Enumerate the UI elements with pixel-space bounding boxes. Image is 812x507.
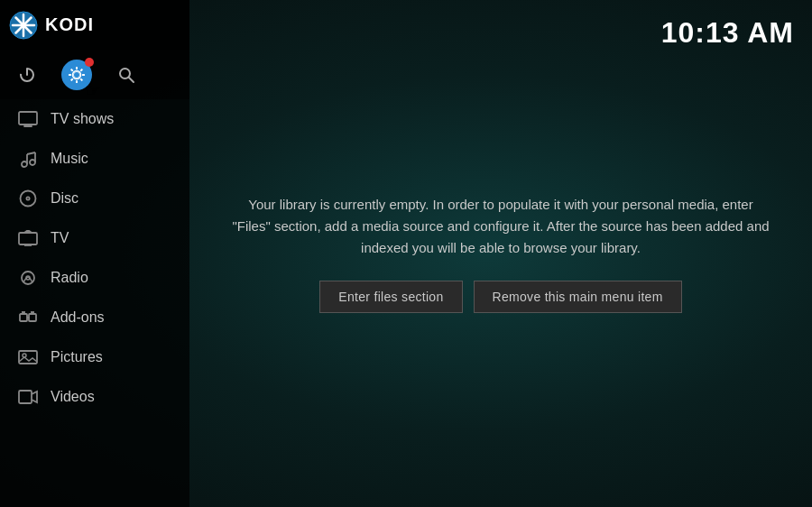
svg-rect-45 [19,391,32,403]
main-content: 10:13 AM Your library is currently empty… [189,0,812,507]
cursor-icon: ☞ [85,79,101,101]
top-icons-bar: ☞ [0,50,189,99]
addons-icon [18,308,38,327]
dialog-buttons: Enter files section Remove this main men… [230,281,771,313]
sidebar-item-videos[interactable]: Videos [0,377,189,417]
library-dialog: Your library is currently empty. In orde… [212,176,789,331]
sidebar-item-tv-shows[interactable]: TV shows [0,99,189,139]
svg-point-5 [21,23,26,28]
svg-rect-16 [69,74,71,76]
svg-rect-12 [82,74,85,76]
disc-icon [18,189,38,208]
sidebar-item-pictures[interactable]: Pictures [0,337,189,377]
svg-point-31 [27,198,29,199]
remove-menu-item-button[interactable]: Remove this main menu item [474,281,682,313]
power-icon [18,66,36,84]
sidebar-item-add-ons[interactable]: Add-ons [0,298,189,337]
svg-rect-43 [19,351,37,364]
svg-rect-36 [20,314,27,321]
power-button[interactable] [18,66,36,84]
sidebar-menu: TV shows Music Disc [0,99,189,417]
settings-button[interactable]: ☞ [61,60,92,90]
notification-dot [85,58,94,67]
videos-icon [18,387,38,407]
kodi-logo: KODI [9,11,94,40]
svg-point-18 [74,72,79,78]
clock-display: 10:13 AM [661,16,794,50]
sidebar-item-radio[interactable]: Radio [0,258,189,298]
svg-rect-32 [19,233,37,244]
sidebar-item-music[interactable]: Music [0,139,189,179]
top-bar: KODI [0,0,189,50]
search-icon [117,66,135,84]
svg-rect-10 [76,67,78,69]
svg-rect-14 [76,80,78,83]
settings-gear-icon [68,66,86,84]
svg-point-28 [30,160,35,165]
kodi-logo-icon [9,11,38,40]
enter-files-button[interactable]: Enter files section [319,281,462,313]
tv-shows-icon [18,109,38,129]
pictures-icon [18,347,38,367]
sidebar-item-disc[interactable]: Disc [0,179,189,218]
svg-rect-37 [29,314,36,321]
music-icon [18,149,38,169]
svg-rect-21 [19,112,37,124]
tv-icon [18,228,38,248]
dialog-message: Your library is currently empty. In orde… [230,194,771,259]
sidebar-item-tv[interactable]: TV [0,218,189,258]
search-button[interactable] [117,66,135,84]
svg-line-20 [129,78,134,82]
svg-line-26 [27,152,35,154]
app-name: KODI [45,14,94,35]
radio-icon [18,268,38,288]
